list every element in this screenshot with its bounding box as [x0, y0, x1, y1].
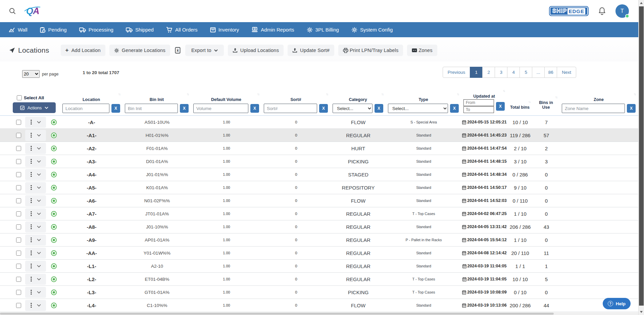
- row-actions-button[interactable]: [25, 300, 46, 311]
- location-value[interactable]: -L3-: [60, 290, 123, 295]
- location-value[interactable]: -A4-: [60, 172, 123, 177]
- row-checkbox[interactable]: [16, 185, 21, 190]
- sort-filter-input[interactable]: [264, 104, 317, 113]
- active-status-icon[interactable]: [51, 263, 57, 269]
- qa-logo[interactable]: QA: [24, 6, 41, 16]
- page-button-next[interactable]: Next: [557, 67, 576, 78]
- scrollbar-thumb[interactable]: [639, 6, 644, 306]
- nav-inventory[interactable]: Inventory: [210, 27, 239, 33]
- row-actions-button[interactable]: [25, 182, 46, 193]
- active-status-icon[interactable]: [51, 133, 57, 138]
- sort-icon[interactable]: ↑↓: [257, 92, 259, 97]
- export-to-button[interactable]: Export to: [185, 45, 224, 56]
- nav-wall[interactable]: Wall: [9, 27, 28, 33]
- select-all-checkbox[interactable]: [17, 95, 22, 100]
- row-actions-button[interactable]: [25, 221, 46, 232]
- nav-3pl-billing[interactable]: 3PL Billing: [307, 27, 339, 33]
- bin-init-filter-input[interactable]: [125, 104, 178, 113]
- active-status-icon[interactable]: [51, 172, 57, 177]
- location-value[interactable]: -A5-: [60, 185, 123, 191]
- sort-icon[interactable]: ↑↓: [381, 92, 383, 97]
- upload-locations-button[interactable]: Upload Locations: [228, 45, 284, 56]
- row-checkbox[interactable]: [16, 133, 21, 138]
- row-checkbox[interactable]: [16, 290, 21, 295]
- nav-admin-reports[interactable]: Admin Reports: [251, 27, 294, 33]
- location-value[interactable]: -A9-: [60, 237, 123, 243]
- excel-file-icon[interactable]: x̄: [174, 46, 181, 55]
- active-status-icon[interactable]: [51, 198, 57, 204]
- update-sort-button[interactable]: Update Sort#: [288, 45, 334, 56]
- page-button-3[interactable]: 3: [495, 67, 507, 78]
- page-button-86[interactable]: 86: [544, 67, 557, 78]
- help-button[interactable]: ? Help: [603, 298, 631, 309]
- vertical-scrollbar[interactable]: [638, 0, 644, 315]
- clear-category-filter-button[interactable]: X: [375, 104, 383, 113]
- location-value[interactable]: -A8-: [60, 224, 123, 230]
- active-status-icon[interactable]: [51, 211, 57, 217]
- row-actions-button[interactable]: [25, 208, 46, 219]
- active-status-icon[interactable]: [51, 250, 57, 256]
- clear-location-filter-button[interactable]: X: [111, 104, 120, 113]
- location-value[interactable]: -AA-: [60, 250, 123, 256]
- clear-volume-filter-button[interactable]: X: [250, 104, 259, 113]
- actions-button[interactable]: Actions: [13, 102, 56, 113]
- horizontal-scrollbar-thumb[interactable]: [0, 313, 554, 315]
- active-status-icon[interactable]: [51, 290, 57, 295]
- page-button-4[interactable]: 4: [507, 67, 520, 78]
- volume-filter-input[interactable]: [193, 104, 248, 113]
- row-checkbox[interactable]: [16, 198, 21, 203]
- category-filter-select[interactable]: Select...: [333, 104, 373, 113]
- horizontal-scrollbar[interactable]: [0, 312, 638, 315]
- zones-button[interactable]: Zones: [407, 45, 437, 56]
- nav-processing[interactable]: Processing: [79, 27, 113, 33]
- location-value[interactable]: -A7-: [60, 211, 123, 217]
- clear-bin-init-filter-button[interactable]: X: [180, 104, 189, 113]
- page-button-previous[interactable]: Previous: [443, 67, 470, 78]
- nav-shipped[interactable]: Shipped: [126, 27, 154, 33]
- add-location-button[interactable]: + Add Location: [61, 45, 105, 56]
- row-actions-button[interactable]: [25, 287, 46, 298]
- location-value[interactable]: -A6-: [60, 198, 123, 204]
- scroll-up-arrow[interactable]: [639, 0, 644, 6]
- row-actions-button[interactable]: [25, 117, 46, 128]
- active-status-icon[interactable]: [51, 224, 57, 230]
- print-lpn-tray-labels-button[interactable]: Print LPN/Tray Labels: [338, 45, 403, 56]
- scroll-down-arrow[interactable]: [639, 309, 644, 315]
- location-value[interactable]: -A2-: [60, 146, 123, 151]
- row-actions-button[interactable]: [25, 169, 46, 180]
- page-button-...[interactable]: ...: [532, 67, 545, 78]
- sort-icon[interactable]: ↑↓: [555, 95, 557, 100]
- location-value[interactable]: -A3-: [60, 159, 123, 164]
- active-status-icon[interactable]: [51, 146, 57, 151]
- generate-locations-button[interactable]: Generate Locations: [109, 45, 170, 56]
- type-filter-select[interactable]: Select...: [388, 104, 448, 113]
- row-actions-button[interactable]: [25, 274, 46, 285]
- clear-zone-filter-button[interactable]: X: [627, 104, 636, 113]
- location-value[interactable]: -L1-: [60, 263, 123, 269]
- row-actions-button[interactable]: [25, 248, 46, 259]
- row-checkbox[interactable]: [16, 238, 21, 243]
- user-avatar[interactable]: T: [615, 4, 629, 18]
- row-actions-button[interactable]: [25, 261, 46, 272]
- sort-icon[interactable]: ↑↓: [457, 92, 459, 97]
- active-status-icon[interactable]: [51, 119, 57, 125]
- location-value[interactable]: -A-: [60, 119, 123, 125]
- row-actions-button[interactable]: [25, 195, 46, 206]
- nav-pending[interactable]: Pending: [40, 27, 67, 33]
- location-filter-input[interactable]: [62, 104, 109, 113]
- sort-icon[interactable]: ↑↓: [503, 89, 505, 94]
- active-status-icon[interactable]: [51, 237, 57, 243]
- sort-icon[interactable]: ↑↓: [634, 92, 636, 97]
- updated-from-input[interactable]: [463, 99, 494, 106]
- row-checkbox[interactable]: [16, 224, 21, 229]
- updated-to-input[interactable]: [463, 106, 494, 113]
- clear-updated-filter-button[interactable]: X: [496, 102, 505, 111]
- row-checkbox[interactable]: [16, 303, 21, 308]
- row-checkbox[interactable]: [16, 251, 21, 256]
- row-checkbox[interactable]: [16, 120, 21, 125]
- location-value[interactable]: -L2-: [60, 276, 123, 282]
- row-checkbox[interactable]: [16, 146, 21, 151]
- per-page-select[interactable]: 20: [22, 70, 40, 78]
- page-button-5[interactable]: 5: [519, 67, 532, 78]
- active-status-icon[interactable]: [51, 159, 57, 164]
